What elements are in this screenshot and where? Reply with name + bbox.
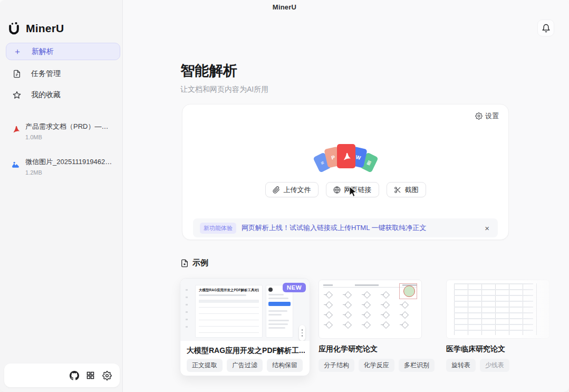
tag: 正文提取 [187,359,223,372]
upload-file-label: 上传文件 [284,185,311,195]
thumb-author-panel [266,285,293,338]
filetype-fan: ≡ P W ≣ [315,144,377,177]
bell-icon [542,24,551,33]
upload-actions: 上传文件 网页链接 [182,182,508,197]
thumb-line [268,310,287,312]
tag: 广告过滤 [227,359,263,372]
example-card-title: 大模型RAG应用开发之PDF解析工... [187,346,305,356]
brand: MinerU [7,21,64,35]
brand-name: MinerU [26,22,64,35]
file-list-item-image[interactable]: 微信图片_20251119194627_... 1.2MB [7,157,117,176]
screenshot-button[interactable]: 截图 [387,182,426,197]
close-icon[interactable]: × [483,224,491,233]
globe-icon [333,186,341,194]
sidebar-footer [4,364,120,387]
banner-badge: 新功能体验 [200,223,236,234]
file-name: 产品需求文档（PRD）———... [25,122,115,131]
sidebar-item-favorites[interactable]: 我的收藏 [6,87,120,103]
tag: 分子结构 [319,359,354,372]
example-card-rag-pdf[interactable]: NEW 大模型RAG应用开发之PDF解析工具对比 大模型 [180,278,310,376]
sidebar-item-label: 新解析 [32,47,54,56]
thumb-article: 大模型RAG应用开发之PDF解析工具对比 [195,285,263,338]
thumb-margin-dots [186,289,188,331]
page-title: 智能解析 [180,61,237,80]
thumb-line [268,298,288,299]
example-card-medical[interactable]: 医学临床研究论文 旋转表 少线表 [446,280,549,372]
example-card-title: 应用化学研究论文 [319,345,422,354]
tag: 多栏识别 [399,359,435,372]
new-feature-banner: 新功能体验 网页解析上线！试试输入链接或上传HTML 一键获取纯净正文 × [193,218,498,237]
example-card-tags: 分子结构 化学反应 多栏识别 [319,359,422,372]
thumb-rotated-table-rows [454,283,533,335]
thumb-line [268,294,284,295]
apps-grid-icon[interactable] [86,371,95,380]
screenshot-label: 截图 [405,185,419,195]
examples-header: 示例 [180,258,208,268]
settings-label: 设置 [485,111,499,121]
mineru-logo-icon [7,21,21,35]
thumb-line [268,323,288,325]
file-list-item-pdf[interactable]: 产品需求文档（PRD）———... 1.0MB [7,122,117,140]
thumb-follow-button [268,302,291,306]
upload-card: 设置 ≡ P W ≣ 上传文件 [182,104,509,240]
page-subtitle: 让文档和网页内容为AI所用 [180,85,268,94]
scissors-icon [394,186,401,194]
upload-file-button[interactable]: 上传文件 [265,182,319,197]
file-size: 1.0MB [25,134,117,140]
examples-title: 示例 [192,258,208,268]
thumb-table-header [199,300,259,303]
example-card-chemistry[interactable]: 应用化学研究论文 分子结构 化学反应 多栏识别 [319,280,422,372]
gear-icon[interactable] [102,371,112,380]
pdf-filetype-icon [337,144,355,168]
pdf-file-icon [11,124,21,135]
image-file-icon [11,159,21,169]
tag: 少线表 [480,359,509,372]
thumb-meta-line [199,294,246,296]
thumb-line [268,314,282,315]
tag: 旋转表 [446,359,476,372]
plus-icon: ＋ [13,47,22,56]
app-window: MinerU MinerU ＋ 新解析 [0,0,569,392]
settings-button[interactable]: 设置 [475,111,499,121]
example-card-title: 医学临床研究论文 [446,345,549,354]
example-thumbnail-medical [446,280,549,339]
tag: 化学反应 [359,359,394,372]
thumb-table-rows [199,304,259,334]
sidebar: MinerU ＋ 新解析 任务管理 我的收藏 [0,0,123,392]
tag: 结构保留 [267,359,303,372]
sidebar-item-label: 我的收藏 [31,90,61,100]
example-card-tags: 旋转表 少线表 [446,359,549,372]
notification-button[interactable] [537,20,554,36]
examples-doc-star-icon [180,259,189,267]
example-card-tags: 正文提取 广告过滤 结构保留 [187,359,303,372]
thumb-avatar [268,288,273,292]
thumb-line [268,327,285,329]
thumb-scroll-widget [299,325,305,341]
file-size: 1.2MB [25,169,117,176]
thumb-highlighted-molecule [399,283,417,299]
new-badge: NEW [283,283,306,292]
sidebar-item-label: 任务管理 [31,69,61,79]
thumb-line [268,320,289,321]
sidebar-item-new-parse[interactable]: ＋ 新解析 [6,43,120,60]
banner-message: 网页解析上线！试试输入链接或上传HTML 一键获取纯净正文 [242,223,478,233]
mouse-cursor [348,186,359,198]
paperclip-icon [273,186,280,194]
example-thumbnail-chemistry [319,280,422,339]
tasks-icon [13,70,21,78]
file-name: 微信图片_20251119194627_... [25,157,115,167]
sidebar-item-task-management[interactable]: 任务管理 [6,65,120,82]
github-icon[interactable] [70,371,79,380]
thumb-article-title: 大模型RAG应用开发之PDF解析工具对比 [199,288,259,293]
gear-icon [475,112,483,120]
star-icon [13,91,21,99]
